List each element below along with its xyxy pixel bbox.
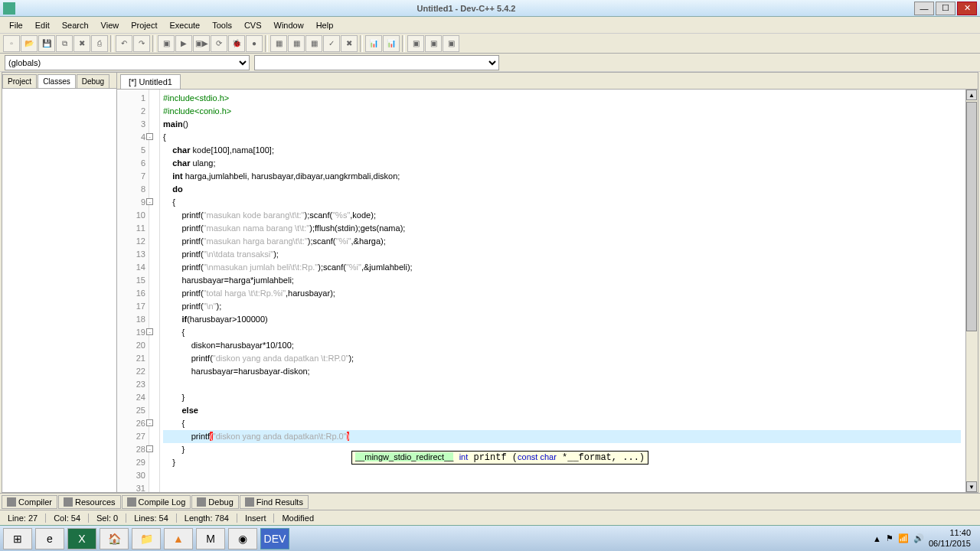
editor-panel: [*] Untitled1 1234-56789-101112131415161… (117, 73, 978, 492)
scope-combo[interactable]: (globals) (5, 55, 250, 70)
start-button[interactable]: ⊞ (3, 528, 32, 549)
close-file-icon[interactable]: ✖ (74, 35, 90, 52)
vertical-scrollbar[interactable]: ▲ ▼ (965, 90, 978, 492)
taskbar-ie-icon[interactable]: e (35, 528, 64, 549)
scroll-up-icon[interactable]: ▲ (966, 90, 977, 100)
goto-icon[interactable]: ▣ (407, 35, 424, 52)
toolbar-sep (110, 35, 113, 52)
taskbar-vlc-icon[interactable]: ▲ (164, 528, 193, 549)
code-content[interactable]: #include<stdio.h>#include<conio.h>main()… (160, 90, 965, 492)
log-icon (127, 497, 136, 507)
maximize-button[interactable]: ☐ (936, 2, 956, 15)
minimize-button[interactable]: — (914, 2, 934, 15)
titlebar: Untitled1 - Dev-C++ 5.4.2 — ☐ ✕ (0, 0, 980, 17)
check-icon[interactable]: ✓ (323, 35, 340, 52)
cancel-icon[interactable]: ✖ (341, 35, 358, 52)
menu-edit[interactable]: Edit (29, 18, 56, 32)
resources-icon (64, 497, 73, 507)
status-sel: Sel: 0 (89, 514, 126, 523)
tab-compiler[interactable]: Compiler (2, 495, 57, 509)
run-icon[interactable]: ▶ (175, 35, 192, 52)
compile-run-icon[interactable]: ▣▶ (193, 35, 210, 52)
menu-help[interactable]: Help (310, 18, 340, 32)
grid-icon[interactable]: ▦ (305, 35, 322, 52)
scroll-thumb[interactable] (966, 102, 977, 331)
menu-tools[interactable]: Tools (206, 18, 238, 32)
menu-window[interactable]: Window (268, 18, 310, 32)
tab-find-results[interactable]: Find Results (240, 495, 309, 509)
tray-volume-icon[interactable]: 🔊 (913, 533, 924, 543)
bookmark-icon[interactable]: ▣ (425, 35, 442, 52)
tab-debug-bottom[interactable]: Debug (191, 495, 238, 509)
tab-classes[interactable]: Classes (38, 74, 76, 88)
status-mode: Insert (237, 514, 275, 523)
redo-icon[interactable]: ↷ (133, 35, 150, 52)
rebuild-icon[interactable]: ⟳ (211, 35, 227, 52)
menu-view[interactable]: View (95, 18, 126, 32)
param-hint-tooltip: __mingw_stdio_redirect__ int printf (con… (351, 451, 648, 465)
window-title: Untitled1 - Dev-C++ 5.4.2 (20, 4, 913, 13)
taskbar-devcpp-icon[interactable]: DEV (260, 528, 289, 549)
fold-toggle-icon[interactable]: - (146, 328, 153, 335)
status-length: Length: 784 (177, 514, 237, 523)
fold-toggle-icon[interactable]: - (146, 419, 153, 426)
toolbar: ▫ 📂 💾 ⧉ ✖ ⎙ ↶ ↷ ▣ ▶ ▣▶ ⟳ 🐞 ● ▦ ▦ ▦ ✓ ✖ 📊… (0, 34, 980, 54)
tab-resources[interactable]: Resources (58, 495, 121, 509)
menu-file[interactable]: File (3, 18, 29, 32)
save-icon[interactable]: 💾 (38, 35, 55, 52)
tray-flag-icon[interactable]: ⚑ (886, 533, 893, 543)
tray-network-icon[interactable]: 📶 (898, 533, 909, 543)
left-panel: Project Classes Debug (2, 73, 117, 492)
project-options-icon[interactable]: ▦ (288, 35, 305, 52)
tab-project[interactable]: Project (2, 74, 37, 88)
fold-toggle-icon[interactable]: - (146, 445, 153, 452)
scope-bar: (globals) (0, 54, 980, 72)
profile-icon[interactable]: 📊 (365, 35, 382, 52)
status-modified: Modified (274, 514, 980, 523)
status-lines: Lines: 54 (126, 514, 177, 523)
menu-project[interactable]: Project (125, 18, 163, 32)
toolbar-sep (402, 35, 405, 52)
print-icon[interactable]: ⎙ (91, 35, 108, 52)
new-file-icon[interactable]: ▫ (3, 35, 20, 52)
stop-icon[interactable]: ● (246, 35, 263, 52)
status-col: Col: 54 (46, 514, 89, 523)
tab-compile-log[interactable]: Compile Log (122, 495, 191, 509)
toolbar-sep (152, 35, 155, 52)
tab-untitled1[interactable]: [*] Untitled1 (120, 74, 181, 89)
menu-search[interactable]: Search (56, 18, 95, 32)
taskbar-excel-icon[interactable]: X (67, 528, 96, 549)
menu-execute[interactable]: Execute (163, 18, 206, 32)
debug-icon[interactable]: 🐞 (228, 35, 245, 52)
bottom-tabs: Compiler Resources Compile Log Debug Fin… (0, 493, 980, 510)
misc-icon[interactable]: ▣ (443, 35, 459, 52)
taskbar-clock[interactable]: 11:40 06/11/2015 (929, 528, 971, 548)
scroll-down-icon[interactable]: ▼ (966, 481, 977, 492)
fold-toggle-icon[interactable]: - (146, 198, 153, 205)
undo-icon[interactable]: ↶ (116, 35, 132, 52)
close-button[interactable]: ✕ (957, 2, 977, 15)
tab-debug[interactable]: Debug (77, 74, 109, 88)
taskbar-chrome-icon[interactable]: ◉ (228, 528, 257, 549)
class-browser (2, 89, 116, 492)
member-combo[interactable] (254, 55, 499, 70)
new-project-icon[interactable]: ▦ (270, 35, 287, 52)
line-gutter: 1234-56789-10111213141516171819-20212223… (117, 90, 149, 492)
taskbar-m-icon[interactable]: M (196, 528, 225, 549)
menu-cvs[interactable]: CVS (238, 18, 268, 32)
statusbar: Line: 27 Col: 54 Sel: 0 Lines: 54 Length… (0, 510, 980, 525)
fold-column (149, 90, 160, 492)
profile-analyze-icon[interactable]: 📊 (383, 35, 400, 52)
app-icon (3, 2, 15, 15)
taskbar-folder-icon[interactable]: 📁 (132, 528, 161, 549)
open-file-icon[interactable]: 📂 (21, 35, 38, 52)
taskbar-explorer-icon[interactable]: 🏠 (100, 528, 129, 549)
status-line: Line: 27 (0, 514, 46, 523)
save-all-icon[interactable]: ⧉ (56, 35, 73, 52)
toolbar-sep (265, 35, 268, 52)
code-editor[interactable]: 1234-56789-10111213141516171819-20212223… (117, 90, 978, 492)
tray-up-icon[interactable]: ▲ (873, 534, 881, 543)
compile-icon[interactable]: ▣ (158, 35, 175, 52)
fold-toggle-icon[interactable]: - (146, 133, 153, 140)
find-icon (245, 497, 254, 507)
